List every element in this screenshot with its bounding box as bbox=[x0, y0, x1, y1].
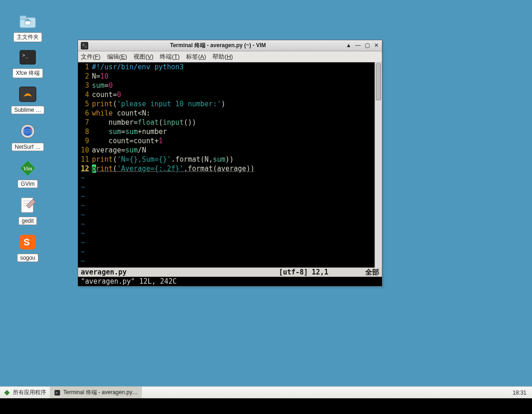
window-title: Terminal 终端 - averagen.py (~) - VIM bbox=[91, 42, 345, 49]
terminal-body[interactable]: 1#!/usr/bin/env python3 2N=10 3sum=0 4co… bbox=[78, 62, 382, 286]
terminal-icon: >_ bbox=[18, 48, 37, 67]
scrollbar-thumb[interactable] bbox=[376, 63, 381, 100]
gvim-icon: Vim bbox=[18, 159, 37, 177]
desktop-icon-label: Xfce 终端 bbox=[12, 68, 42, 78]
terminal-app-icon bbox=[81, 42, 88, 49]
desktop-icon-label: sogou bbox=[17, 254, 39, 262]
vim-statusline: averagen.py [utf-8] 12,1 全部 bbox=[78, 268, 382, 277]
menu-help[interactable]: 帮助(H) bbox=[212, 53, 233, 61]
clock-text: 18:31 bbox=[513, 390, 526, 396]
terminal-window[interactable]: Terminal 终端 - averagen.py (~) - VIM ▲ — … bbox=[78, 40, 382, 286]
svg-point-11 bbox=[30, 128, 31, 129]
desktop-icon-label: NetSurf … bbox=[12, 143, 44, 151]
menu-file[interactable]: 文件(F) bbox=[81, 53, 101, 61]
desktop-icon-xfce-terminal[interactable]: >_ Xfce 终端 bbox=[8, 48, 47, 78]
sogou-icon: S bbox=[18, 233, 37, 251]
sublime-icon bbox=[18, 85, 37, 104]
svg-text:>: > bbox=[55, 391, 58, 395]
globe-icon bbox=[18, 122, 37, 140]
desktop-icon-label: GVim bbox=[18, 180, 38, 188]
desktop-icon-label: Sublime … bbox=[11, 106, 45, 114]
desktop-icon-gvim[interactable]: Vim GVim bbox=[8, 159, 47, 188]
desktop-icon-sogou[interactable]: S sogou bbox=[8, 233, 47, 262]
minimize-button[interactable]: — bbox=[354, 43, 362, 49]
close-button[interactable]: ✕ bbox=[373, 43, 380, 49]
titlebar[interactable]: Terminal 终端 - averagen.py (~) - VIM ▲ — … bbox=[78, 40, 382, 51]
terminal-icon: > bbox=[54, 390, 60, 396]
desktop-icon-netsurf[interactable]: NetSurf … bbox=[8, 122, 47, 151]
desktop-icon-gedit[interactable]: gedit bbox=[8, 196, 47, 225]
taskbar-task-label: Terminal 终端 - averagen.py… bbox=[63, 389, 138, 396]
cursor: p bbox=[92, 164, 96, 173]
menu-terminal[interactable]: 终端(T) bbox=[160, 53, 180, 61]
code-area: 1#!/usr/bin/env python3 2N=10 3sum=0 4co… bbox=[78, 62, 382, 266]
svg-rect-1 bbox=[20, 16, 26, 19]
svg-text:Vim: Vim bbox=[23, 165, 32, 172]
svg-text:S: S bbox=[24, 237, 30, 247]
bottom-black-bar bbox=[0, 398, 532, 414]
taskbar-task-terminal[interactable]: > Terminal 终端 - averagen.py… bbox=[50, 387, 142, 399]
apps-menu-button[interactable]: 所有应用程序 bbox=[0, 387, 50, 399]
menu-tabs[interactable]: 标签(A) bbox=[186, 53, 206, 61]
folder-home-icon bbox=[18, 12, 37, 30]
taskbar[interactable]: 所有应用程序 > Terminal 终端 - averagen.py… 18:3… bbox=[0, 386, 532, 398]
desktop-icon-home[interactable]: 主文件夹 bbox=[8, 12, 47, 42]
vim-message-line: "averagen.py" 12L, 242C bbox=[78, 277, 382, 286]
desktop-icon-sublime[interactable]: Sublime … bbox=[8, 85, 47, 114]
menu-view[interactable]: 视图(V) bbox=[133, 53, 153, 61]
gedit-icon bbox=[18, 196, 37, 214]
rollup-button[interactable]: ▲ bbox=[345, 43, 352, 49]
desktop-icon-label: gedit bbox=[18, 217, 37, 225]
scrollbar[interactable] bbox=[375, 62, 382, 268]
menu-edit[interactable]: 编辑(E) bbox=[107, 53, 127, 61]
desktop[interactable]: 主文件夹 >_ Xfce 终端 Sublime … NetSurf … Vim … bbox=[0, 0, 532, 398]
maximize-button[interactable]: ▢ bbox=[363, 43, 371, 49]
taskbar-clock[interactable]: 18:31 bbox=[507, 390, 532, 396]
desktop-icon-label: 主文件夹 bbox=[13, 32, 42, 42]
svg-text:>_: >_ bbox=[22, 52, 29, 58]
menubar: 文件(F) 编辑(E) 视图(V) 终端(T) 标签(A) 帮助(H) bbox=[78, 51, 382, 62]
apps-icon bbox=[4, 390, 10, 396]
apps-menu-label: 所有应用程序 bbox=[13, 389, 46, 396]
